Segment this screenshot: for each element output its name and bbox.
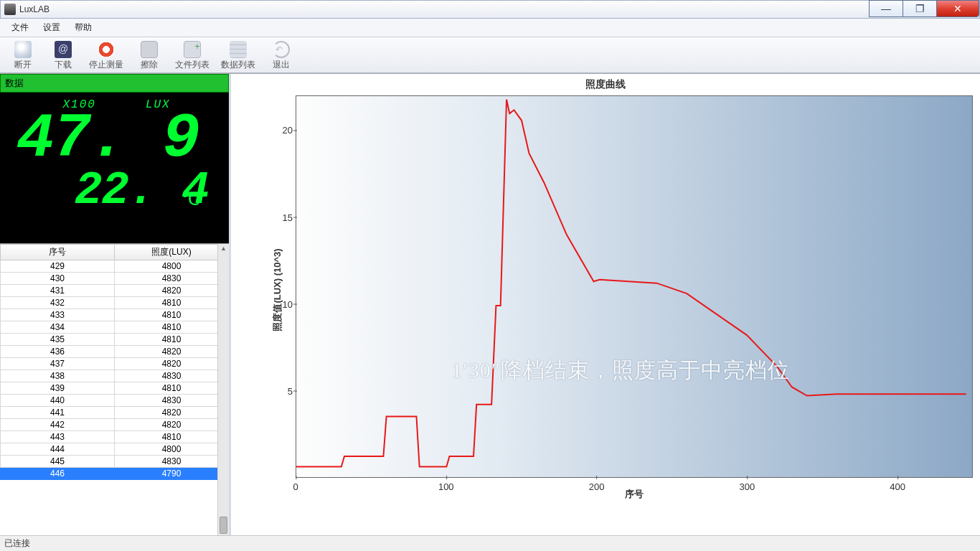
- toolbar-label: 停止测量: [83, 59, 129, 71]
- x-tick: 0: [293, 481, 298, 492]
- toolbar-exit-button[interactable]: ↶ 退出: [261, 39, 301, 71]
- download-icon: @: [55, 41, 72, 58]
- x-tick: 100: [438, 481, 454, 492]
- data-panel: 数据 X100 LUX 47. 9 22. 4 ℃ 序号 照度(LUX) 429…: [0, 74, 231, 535]
- toolbar-label: 下载: [43, 59, 83, 71]
- plug-icon: [14, 41, 32, 58]
- panel-title: 数据: [0, 74, 229, 93]
- close-button[interactable]: ✕: [936, 0, 979, 17]
- table-row[interactable]: 4374820: [1, 358, 229, 370]
- folder-icon: ＋: [184, 41, 201, 58]
- table-row[interactable]: 4454830: [1, 456, 229, 468]
- chart-panel: 照度曲线 照度值(LUX) (10^3) 1′30″降档结束，照度高于中亮档位 …: [231, 74, 980, 535]
- eraser-icon: [141, 41, 158, 58]
- toolbar-disconnect-button[interactable]: 断开: [3, 39, 43, 71]
- table-row[interactable]: 4394810: [1, 382, 229, 395]
- x-tick: 400: [890, 481, 905, 492]
- chart-plot: 照度值(LUX) (10^3) 1′30″降档结束，照度高于中亮档位 序号 51…: [267, 95, 973, 496]
- table-row[interactable]: 4464790: [1, 468, 229, 480]
- table-row[interactable]: 4424820: [1, 419, 229, 431]
- lcd-temp-unit: ℃: [181, 189, 200, 210]
- menu-file[interactable]: 文件: [4, 19, 36, 36]
- chart-annotation: 1′30″降档结束，照度高于中亮档位: [451, 356, 790, 385]
- y-tick: 10: [267, 298, 293, 309]
- lifebuoy-icon: [98, 41, 115, 58]
- menu-settings[interactable]: 设置: [36, 19, 67, 36]
- data-table[interactable]: 序号 照度(LUX) 42948004304830431482043248104…: [0, 244, 229, 480]
- toolbar-clear-button[interactable]: 擦除: [129, 39, 169, 71]
- y-tick: 20: [267, 125, 293, 136]
- toolbar-label: 数据列表: [215, 59, 261, 71]
- table-row[interactable]: 4414820: [1, 407, 229, 419]
- data-table-wrap: 序号 照度(LUX) 42948004304830431482043248104…: [0, 243, 229, 535]
- maximize-button[interactable]: ❐: [903, 0, 937, 17]
- app-icon: [4, 4, 16, 15]
- table-row[interactable]: 4384830: [1, 370, 229, 382]
- window-title: LuxLAB: [19, 4, 50, 14]
- x-tick: 200: [589, 481, 605, 492]
- table-icon: [230, 41, 247, 58]
- table-row[interactable]: 4444800: [1, 443, 229, 456]
- menu-help[interactable]: 帮助: [67, 19, 99, 36]
- col-lux[interactable]: 照度(LUX): [115, 245, 229, 260]
- table-row[interactable]: 4294800: [1, 260, 229, 273]
- table-row[interactable]: 4354810: [1, 334, 229, 346]
- toolbar-datalist-button[interactable]: 数据列表: [215, 39, 261, 71]
- lcd-value: 47. 9: [0, 111, 216, 167]
- x-tick: 300: [739, 481, 755, 492]
- chart-title: 照度曲线: [231, 74, 980, 93]
- y-tick: 15: [267, 212, 293, 222]
- status-text: 已连接: [4, 537, 30, 550]
- exit-icon: ↶: [273, 41, 290, 58]
- menu-bar: 文件 设置 帮助: [0, 19, 980, 37]
- table-row[interactable]: 4344810: [1, 321, 229, 334]
- lcd-display: X100 LUX 47. 9 22. 4 ℃: [0, 93, 229, 243]
- table-row[interactable]: 4434810: [1, 431, 229, 443]
- toolbar-stop-button[interactable]: 停止测量: [83, 39, 129, 71]
- toolbar-download-button[interactable]: @ 下载: [43, 39, 83, 71]
- table-row[interactable]: 4364820: [1, 346, 229, 358]
- toolbar: 断开 @ 下载 停止测量 擦除 ＋ 文件列表 数据列表 ↶ 退出: [0, 37, 980, 73]
- toolbar-label: 擦除: [129, 59, 169, 71]
- minimize-button[interactable]: —: [869, 0, 903, 17]
- chart-area[interactable]: 1′30″降档结束，照度高于中亮档位: [296, 95, 973, 478]
- scrollbar[interactable]: [217, 244, 229, 535]
- table-row[interactable]: 4404830: [1, 395, 229, 407]
- toolbar-label: 断开: [3, 59, 43, 71]
- window-titlebar: LuxLAB — ❐ ✕: [0, 0, 980, 19]
- table-row[interactable]: 4304830: [1, 273, 229, 285]
- toolbar-label: 文件列表: [169, 59, 215, 71]
- table-row[interactable]: 4334810: [1, 309, 229, 321]
- table-row[interactable]: 4314820: [1, 285, 229, 297]
- status-bar: 已连接: [0, 535, 980, 551]
- table-row[interactable]: 4324810: [1, 297, 229, 309]
- scrollbar-thumb[interactable]: [220, 517, 227, 534]
- y-tick: 5: [267, 385, 293, 396]
- col-index[interactable]: 序号: [1, 245, 115, 260]
- toolbar-filelist-button[interactable]: ＋ 文件列表: [169, 39, 215, 71]
- chart-xlabel: 序号: [296, 488, 973, 501]
- toolbar-label: 退出: [261, 59, 301, 71]
